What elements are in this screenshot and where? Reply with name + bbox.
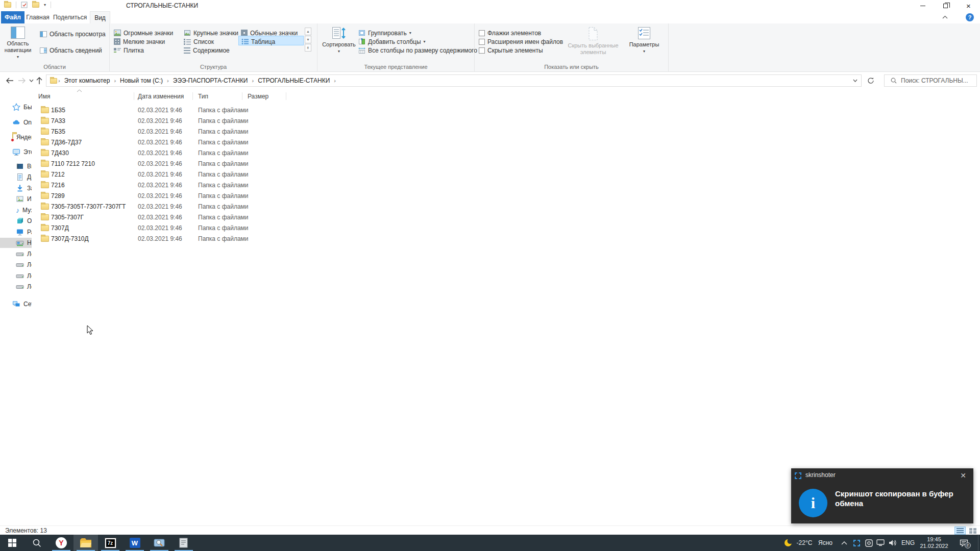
toast-close-icon[interactable]: ✕ — [960, 471, 966, 480]
word-taskbar-icon[interactable]: W — [122, 535, 147, 551]
tray-app-icon[interactable] — [864, 535, 874, 551]
sidebar-item-music[interactable]: ♪ Музыка — [0, 205, 32, 215]
group-by-button[interactable]: Группировать▾ — [358, 29, 411, 37]
tab-share[interactable]: Поделиться — [53, 11, 87, 23]
options-button[interactable]: Параметры▾ — [626, 24, 663, 55]
up-icon[interactable] — [34, 75, 45, 86]
crumb-drive-c[interactable]: Новый том (C:) — [117, 77, 166, 84]
viewer-taskbar-icon[interactable] — [147, 535, 172, 551]
volume-tray-icon[interactable] — [887, 535, 898, 551]
back-icon[interactable] — [4, 75, 15, 86]
file-row[interactable]: 728902.03.2021 9:46Папка с файлами — [32, 191, 389, 202]
seven-zip-taskbar-icon[interactable]: 7z — [98, 535, 122, 551]
help-icon[interactable]: ? — [966, 13, 974, 21]
thumbnails-view-toggle-icon[interactable] — [967, 527, 978, 535]
skrinshoter-tray-icon[interactable] — [851, 535, 862, 551]
minimize-button[interactable] — [911, 0, 934, 11]
sidebar-item-local-disk[interactable]: Локальный диск — [0, 271, 32, 281]
sidebar-item-onedrive[interactable]: OneDrive — [0, 117, 32, 128]
views-scroll-down-icon[interactable]: ▼ — [305, 36, 311, 43]
sidebar-item-documents[interactable]: Документы — [0, 172, 32, 182]
tab-file[interactable]: Файл — [1, 11, 24, 23]
file-extensions-checkbox[interactable]: Расширения имен файлов — [479, 37, 563, 46]
qat-dropdown-icon[interactable]: ▾ — [44, 3, 46, 7]
crumb-passports[interactable]: ЭЭЭ-ПАСПОРТА-СТАНКИ — [170, 77, 251, 84]
view-table-button-selected[interactable]: Таблица — [238, 36, 304, 45]
tab-home[interactable]: Главная — [27, 11, 49, 23]
column-header-date[interactable]: Дата изменения — [138, 93, 184, 100]
size-all-columns-button[interactable]: Все столбцы по размеру содержимого — [358, 46, 477, 55]
restore-button[interactable] — [934, 0, 957, 11]
crumb-this-pc[interactable]: Этот компьютер — [61, 77, 113, 84]
sidebar-item-desktop[interactable]: Рабочий стол — [0, 227, 32, 237]
sort-button[interactable]: Сортировать▾ — [322, 24, 356, 55]
search-box[interactable] — [884, 74, 977, 87]
weather-icon[interactable] — [783, 535, 793, 551]
hidden-items-checkbox[interactable]: Скрытые элементы — [479, 46, 543, 55]
properties-qat-button[interactable] — [21, 2, 28, 8]
file-row[interactable]: 721602.03.2021 9:46Папка с файлами — [32, 180, 389, 191]
file-row[interactable]: 7Д36-7Д3702.03.2021 9:46Папка с файлами — [32, 137, 389, 148]
sidebar-item-network[interactable]: Сеть — [0, 299, 32, 309]
forward-icon[interactable] — [16, 75, 28, 86]
clock[interactable]: 19:45 21.02.2022 — [917, 536, 951, 549]
file-row[interactable]: 7Б3502.03.2021 9:46Папка с файлами — [32, 127, 389, 137]
sidebar-item-videos[interactable]: Видео — [0, 161, 32, 171]
file-row[interactable]: 7Д43002.03.2021 9:46Папка с файлами — [32, 148, 389, 159]
sidebar-item-downloads[interactable]: Загрузки — [0, 183, 32, 193]
sidebar-item-3d-objects[interactable]: Объемные объекты — [0, 216, 32, 226]
view-content-button[interactable]: Содержимое — [184, 46, 230, 55]
weather-desc[interactable]: Ясно — [816, 535, 835, 551]
view-large-icons-button[interactable]: Крупные значки — [184, 29, 238, 37]
item-checkboxes-checkbox[interactable]: Флажки элементов — [479, 29, 541, 37]
weather-temp[interactable]: -22°C — [794, 535, 815, 551]
close-button[interactable]: × — [957, 0, 980, 11]
sidebar-item-pictures[interactable]: Изображения — [0, 194, 32, 204]
file-row[interactable]: 721202.03.2021 9:46Папка с файлами — [32, 169, 389, 180]
view-list-button[interactable]: Список — [184, 37, 214, 46]
breadcrumb[interactable]: › Этот компьютер › Новый том (C:) › ЭЭЭ-… — [46, 74, 862, 87]
view-tiles-button[interactable]: Плитка — [114, 46, 144, 55]
column-header-name[interactable]: Имя — [38, 93, 50, 100]
notes-app-taskbar-icon[interactable] — [172, 535, 196, 551]
tray-expand-icon[interactable] — [839, 535, 849, 551]
hide-selected-button-disabled[interactable]: Скрыть выбранные элементы — [566, 24, 621, 56]
crumb-current[interactable]: СТРОГАЛЬНЫЕ-СТАНКИ — [255, 77, 333, 84]
file-row[interactable]: 1Б3502.03.2021 9:46Папка с файлами — [32, 105, 389, 116]
sidebar-item-local-disk[interactable]: Локальный диск — [0, 249, 32, 259]
column-header-type[interactable]: Тип — [198, 93, 208, 100]
yandex-browser-taskbar-icon[interactable]: Y — [49, 535, 74, 551]
file-row[interactable]: 7110 7212 721002.03.2021 9:46Папка с фай… — [32, 159, 389, 169]
start-button[interactable] — [0, 535, 24, 551]
language-indicator[interactable]: ENG — [899, 535, 917, 551]
taskbar-search-button[interactable] — [24, 535, 49, 551]
tab-view[interactable]: Вид — [90, 11, 110, 23]
file-row[interactable]: 7305-7305Т-7307Г-7307ГТ02.03.2021 9:46Па… — [32, 202, 389, 212]
details-view-toggle-icon[interactable] — [954, 527, 966, 535]
file-row[interactable]: 7307Д-7310Д02.03.2021 9:46Папка с файлам… — [32, 234, 389, 244]
view-huge-icons-button[interactable]: Огромные значки — [114, 29, 173, 37]
file-explorer-taskbar-icon[interactable] — [74, 535, 98, 551]
new-folder-qat-button[interactable] — [32, 2, 39, 8]
refresh-icon[interactable] — [865, 74, 877, 87]
collapse-ribbon-icon[interactable] — [942, 15, 948, 19]
search-input[interactable] — [901, 77, 972, 84]
sidebar-item-yandex-disk[interactable]: Яндекс.Диск — [0, 132, 32, 142]
sidebar-item-quick-access[interactable]: Быстрый доступ — [0, 102, 32, 112]
sidebar-item-local-disk[interactable]: Локальный диск — [0, 260, 32, 270]
navigation-pane-button[interactable]: Область навигации▾ — [3, 24, 33, 60]
add-columns-button[interactable]: Добавить столбцы▾ — [358, 37, 426, 46]
file-row[interactable]: 7307Д02.03.2021 9:46Папка с файлами — [32, 223, 389, 234]
view-small-icons-button[interactable]: Мелкие значки — [114, 37, 165, 46]
preview-pane-button[interactable]: Область просмотра — [40, 30, 106, 38]
sidebar-item-local-disk[interactable]: Локальный диск — [0, 282, 32, 292]
sidebar-item-this-pc[interactable]: Этот компьютер — [0, 147, 32, 157]
sidebar-item-drive-c-selected[interactable]: Новый том (C:) — [0, 238, 32, 248]
views-more-icon[interactable]: ⇟ — [305, 44, 311, 52]
details-pane-button[interactable]: Область сведений — [40, 46, 102, 55]
network-tray-icon[interactable] — [875, 535, 886, 551]
column-header-size[interactable]: Размер — [248, 93, 268, 100]
action-center-icon[interactable]: 2 — [955, 535, 972, 551]
show-desktop-button[interactable] — [978, 535, 978, 551]
address-dropdown-icon[interactable] — [849, 79, 861, 82]
